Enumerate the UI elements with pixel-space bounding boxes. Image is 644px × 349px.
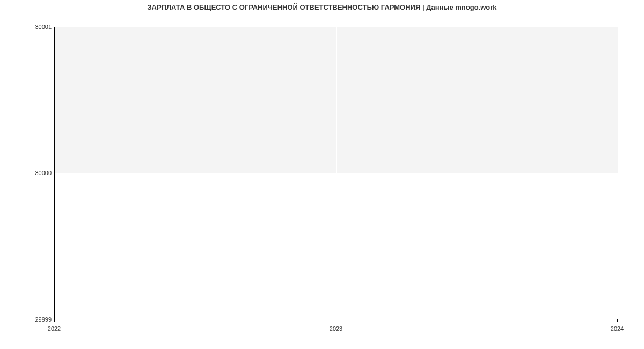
y-tick-label: 30000 bbox=[35, 170, 52, 176]
x-tick-label: 2022 bbox=[48, 325, 61, 332]
y-tick-label: 29999 bbox=[35, 316, 52, 323]
x-tick-label: 2024 bbox=[611, 325, 624, 332]
x-tick-label: 2023 bbox=[330, 325, 342, 332]
x-tick bbox=[54, 319, 55, 322]
y-tick bbox=[52, 27, 54, 27]
salary-chart: ЗАРПЛАТА В ОБЩЕСТО С ОГРАНИЧЕННОЙ ОТВЕТС… bbox=[0, 0, 644, 349]
y-tick bbox=[52, 173, 54, 173]
plot-area bbox=[54, 27, 618, 319]
x-tick bbox=[336, 319, 336, 322]
chart-title: ЗАРПЛАТА В ОБЩЕСТО С ОГРАНИЧЕННОЙ ОТВЕТС… bbox=[0, 3, 644, 11]
x-tick bbox=[617, 319, 618, 322]
y-tick-label: 30001 bbox=[35, 24, 52, 30]
series-line bbox=[55, 173, 618, 173]
